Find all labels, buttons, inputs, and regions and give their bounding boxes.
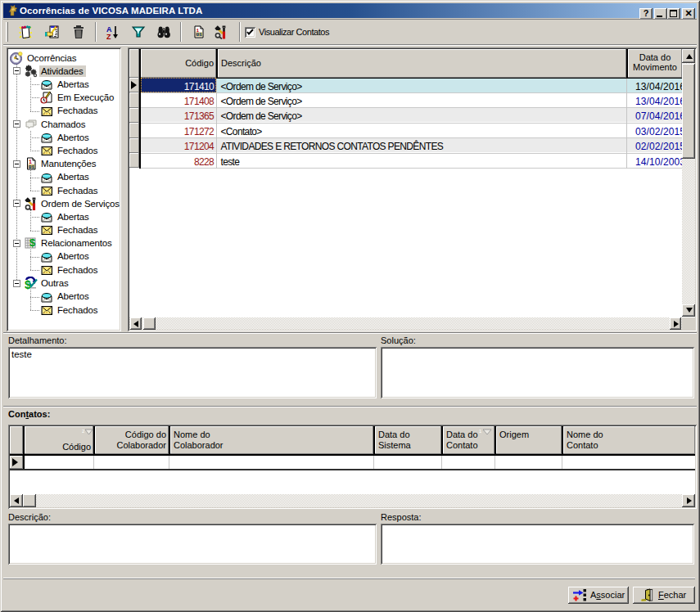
svg-text:1: 1 bbox=[479, 429, 482, 434]
svg-text:01: 01 bbox=[196, 32, 203, 38]
svg-text:Z: Z bbox=[106, 33, 111, 40]
svg-text:2: 2 bbox=[82, 429, 85, 434]
